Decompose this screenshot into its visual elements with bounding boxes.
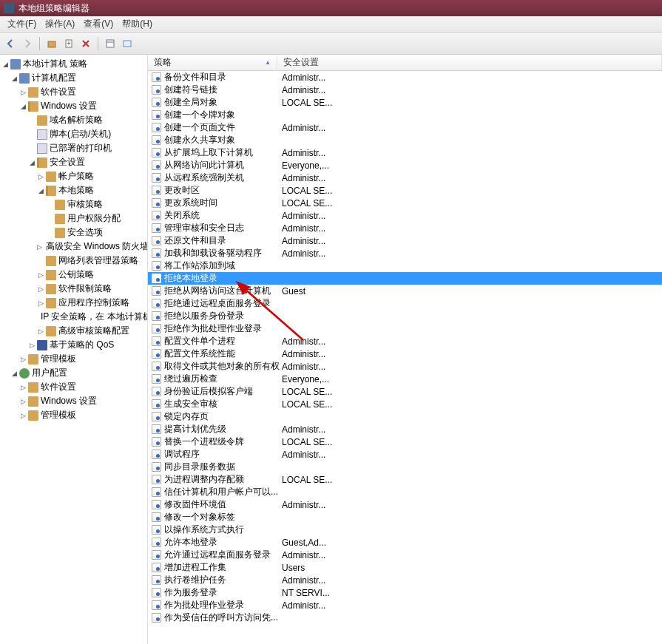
policy-name: 更改时区: [164, 184, 280, 197]
tree-user-rights[interactable]: 用户权限分配: [1, 211, 146, 226]
properties-button[interactable]: [103, 36, 118, 51]
tree-ip-security[interactable]: IP 安全策略，在 本地计算机: [1, 310, 146, 324]
tree-windows-settings-2[interactable]: ▷Windows 设置: [1, 394, 146, 408]
policy-setting: Guest,Ad...: [280, 538, 662, 548]
policy-row[interactable]: 允许本地登录Guest,Ad...: [148, 536, 662, 549]
policy-name: 创建符号链接: [164, 84, 280, 96]
policy-row[interactable]: 身份验证后模拟客户端LOCAL SE...: [148, 385, 662, 398]
policy-row[interactable]: 取得文件或其他对象的所有权Administr...: [148, 360, 662, 373]
policy-row[interactable]: 执行卷维护任务Administr...: [148, 574, 662, 586]
menu-help[interactable]: 帮助(H): [118, 18, 157, 30]
policy-row[interactable]: 允许通过远程桌面服务登录Administr...: [148, 549, 662, 561]
policy-row[interactable]: 创建永久共享对象: [148, 134, 662, 146]
policy-row[interactable]: 拒绝本地登录: [148, 272, 662, 285]
policy-row[interactable]: 作为批处理作业登录Administr...: [148, 599, 662, 611]
tree-app-control[interactable]: ▷应用程序控制策略: [1, 296, 146, 310]
policy-row[interactable]: 关闭系统Administr...: [148, 209, 662, 222]
policy-row[interactable]: 信任计算机和用户帐户可以...: [148, 486, 662, 498]
policy-row[interactable]: 作为受信任的呼叫方访问凭...: [148, 611, 662, 624]
tree-root[interactable]: ◢本地计算机 策略: [1, 57, 146, 71]
export-button[interactable]: [61, 36, 76, 51]
policy-row[interactable]: 创建全局对象LOCAL SE...: [148, 96, 662, 109]
tree-user-config[interactable]: ◢用户配置: [1, 366, 146, 380]
policy-list[interactable]: 策略▲ 安全设置 备份文件和目录Administr...创建符号链接Admini…: [148, 55, 662, 644]
policy-row[interactable]: 拒绝通过远程桌面服务登录: [148, 297, 662, 310]
tree-deployed-printers[interactable]: 已部署的打印机: [1, 141, 146, 155]
policy-row[interactable]: 以操作系统方式执行: [148, 523, 662, 536]
policy-setting: Administr...: [280, 336, 662, 347]
policy-setting: Administr...: [280, 148, 662, 158]
policy-row[interactable]: 配置文件系统性能Administr...: [148, 348, 662, 360]
policy-setting: Guest: [280, 286, 662, 296]
policy-row[interactable]: 更改时区LOCAL SE...: [148, 184, 662, 197]
policy-row[interactable]: 绕过遍历检查Everyone,...: [148, 373, 662, 385]
tree-policy-qos[interactable]: ▷基于策略的 QoS: [1, 338, 146, 352]
tree-software-settings-2[interactable]: ▷软件设置: [1, 380, 146, 394]
policy-row[interactable]: 作为服务登录NT SERVI...: [148, 586, 662, 599]
tree-audit-policy[interactable]: 审核策略: [1, 197, 146, 211]
tree-software-settings[interactable]: ▷软件设置: [1, 85, 146, 99]
up-button[interactable]: [44, 36, 59, 51]
policy-row[interactable]: 将工作站添加到域: [148, 260, 662, 272]
policy-setting: Administr...: [280, 248, 662, 259]
policy-row[interactable]: 从远程系统强制关机Administr...: [148, 172, 662, 184]
toolbar-separator: [39, 37, 40, 50]
column-policy[interactable]: 策略▲: [148, 55, 277, 70]
tree-admin-templates[interactable]: ▷管理模板: [1, 352, 146, 366]
tree-computer-config[interactable]: ◢计算机配置: [1, 71, 146, 85]
policy-row[interactable]: 修改固件环境值Administr...: [148, 498, 662, 511]
policy-icon: [152, 600, 161, 610]
nav-tree[interactable]: ◢本地计算机 策略 ◢计算机配置 ▷软件设置 ◢Windows 设置 域名解析策…: [0, 55, 148, 644]
tree-public-key[interactable]: ▷公钥策略: [1, 268, 146, 282]
delete-button[interactable]: [78, 36, 93, 51]
back-button[interactable]: [3, 36, 18, 51]
policy-setting: Administr...: [280, 85, 662, 95]
forward-button[interactable]: [20, 36, 35, 51]
policy-row[interactable]: 同步目录服务数据: [148, 461, 662, 473]
policy-row[interactable]: 拒绝以服务身份登录: [148, 310, 662, 322]
tree-adv-firewall[interactable]: ▷高级安全 Windows 防火墙: [1, 240, 146, 254]
tree-windows-settings[interactable]: ◢Windows 设置: [1, 99, 146, 113]
policy-row[interactable]: 调试程序Administr...: [148, 448, 662, 461]
policy-row[interactable]: 管理审核和安全日志Administr...: [148, 222, 662, 234]
policy-setting: Administr...: [280, 211, 662, 221]
tree-security-options[interactable]: 安全选项: [1, 226, 146, 240]
policy-row[interactable]: 为进程调整内存配额LOCAL SE...: [148, 473, 662, 486]
policy-row[interactable]: 拒绝作为批处理作业登录: [148, 322, 662, 335]
policy-row[interactable]: 创建符号链接Administr...: [148, 84, 662, 96]
policy-row[interactable]: 更改系统时间LOCAL SE...: [148, 197, 662, 209]
policy-name: 备份文件和目录: [164, 71, 280, 84]
policy-row[interactable]: 创建一个页面文件Administr...: [148, 121, 662, 134]
column-setting[interactable]: 安全设置: [277, 55, 662, 70]
menu-bar: 文件(F) 操作(A) 查看(V) 帮助(H): [0, 16, 662, 33]
tree-adv-audit[interactable]: ▷高级审核策略配置: [1, 324, 146, 338]
menu-view[interactable]: 查看(V): [79, 18, 118, 30]
policy-row[interactable]: 配置文件单个进程Administr...: [148, 335, 662, 348]
policy-row[interactable]: 提高计划优先级Administr...: [148, 423, 662, 435]
policy-setting: Administr...: [280, 450, 662, 460]
policy-row[interactable]: 增加进程工作集Users: [148, 561, 662, 574]
policy-row[interactable]: 从扩展坞上取下计算机Administr...: [148, 146, 662, 159]
menu-file[interactable]: 文件(F): [3, 18, 41, 30]
policy-row[interactable]: 还原文件和目录Administr...: [148, 234, 662, 247]
tree-admin-templates-2[interactable]: ▷管理模板: [1, 408, 146, 422]
tree-account-policies[interactable]: ▷帐户策略: [1, 169, 146, 183]
tree-name-resolution[interactable]: 域名解析策略: [1, 113, 146, 127]
policy-row[interactable]: 拒绝从网络访问这台计算机Guest: [148, 285, 662, 297]
tree-network-list[interactable]: 网络列表管理器策略: [1, 254, 146, 268]
help-button[interactable]: [120, 36, 135, 51]
policy-row[interactable]: 锁定内存页: [148, 410, 662, 423]
tree-software-restrict[interactable]: ▷软件限制策略: [1, 282, 146, 296]
policy-row[interactable]: 加载和卸载设备驱动程序Administr...: [148, 247, 662, 260]
policy-row[interactable]: 替换一个进程级令牌LOCAL SE...: [148, 435, 662, 448]
policy-row[interactable]: 生成安全审核LOCAL SE...: [148, 398, 662, 410]
tree-scripts[interactable]: 脚本(启动/关机): [1, 127, 146, 141]
policy-name: 创建一个页面文件: [164, 121, 280, 134]
policy-row[interactable]: 修改一个对象标签: [148, 511, 662, 523]
policy-row[interactable]: 创建一个令牌对象: [148, 109, 662, 121]
tree-security-settings[interactable]: ◢安全设置: [1, 155, 146, 169]
tree-local-policies[interactable]: ◢本地策略: [1, 183, 146, 197]
menu-action[interactable]: 操作(A): [41, 18, 79, 30]
policy-row[interactable]: 从网络访问此计算机Everyone,...: [148, 159, 662, 172]
policy-row[interactable]: 备份文件和目录Administr...: [148, 71, 662, 84]
